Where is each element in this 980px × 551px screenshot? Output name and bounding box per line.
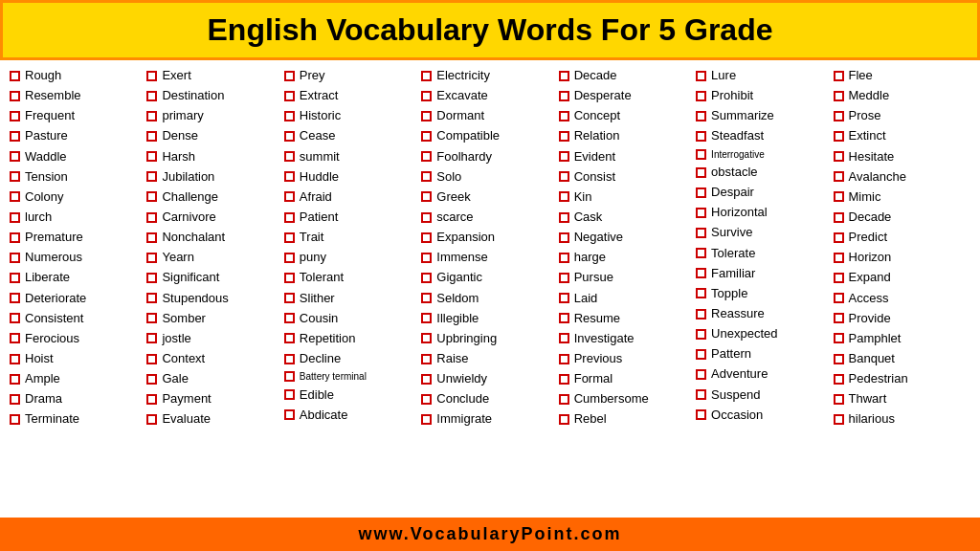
checkbox-icon[interactable] <box>559 151 569 162</box>
checkbox-icon[interactable] <box>10 171 20 182</box>
checkbox-icon[interactable] <box>559 313 569 323</box>
checkbox-icon[interactable] <box>10 374 20 385</box>
checkbox-icon[interactable] <box>696 228 706 238</box>
checkbox-icon[interactable] <box>146 91 157 101</box>
checkbox-icon[interactable] <box>834 414 844 425</box>
checkbox-icon[interactable] <box>421 253 432 263</box>
checkbox-icon[interactable] <box>421 191 432 202</box>
checkbox-icon[interactable] <box>10 71 20 81</box>
checkbox-icon[interactable] <box>10 111 20 121</box>
checkbox-icon[interactable] <box>559 131 569 142</box>
checkbox-icon[interactable] <box>696 268 706 278</box>
checkbox-icon[interactable] <box>284 293 295 303</box>
checkbox-icon[interactable] <box>696 167 706 178</box>
checkbox-icon[interactable] <box>10 151 20 162</box>
checkbox-icon[interactable] <box>146 374 157 385</box>
checkbox-icon[interactable] <box>696 309 706 320</box>
checkbox-icon[interactable] <box>834 313 844 323</box>
checkbox-icon[interactable] <box>421 354 432 364</box>
checkbox-icon[interactable] <box>834 91 844 101</box>
checkbox-icon[interactable] <box>10 414 20 425</box>
checkbox-icon[interactable] <box>834 333 844 343</box>
checkbox-icon[interactable] <box>696 389 706 400</box>
checkbox-icon[interactable] <box>696 409 706 420</box>
checkbox-icon[interactable] <box>284 371 295 382</box>
checkbox-icon[interactable] <box>834 212 844 223</box>
checkbox-icon[interactable] <box>559 414 569 425</box>
checkbox-icon[interactable] <box>146 171 157 182</box>
checkbox-icon[interactable] <box>146 293 157 303</box>
checkbox-icon[interactable] <box>421 131 432 142</box>
checkbox-icon[interactable] <box>284 313 295 323</box>
checkbox-icon[interactable] <box>146 232 157 243</box>
checkbox-icon[interactable] <box>146 212 157 223</box>
checkbox-icon[interactable] <box>146 191 157 202</box>
checkbox-icon[interactable] <box>834 374 844 385</box>
checkbox-icon[interactable] <box>559 232 569 243</box>
checkbox-icon[interactable] <box>10 273 20 283</box>
checkbox-icon[interactable] <box>10 333 20 343</box>
checkbox-icon[interactable] <box>834 273 844 283</box>
checkbox-icon[interactable] <box>834 354 844 364</box>
checkbox-icon[interactable] <box>696 329 706 340</box>
checkbox-icon[interactable] <box>421 333 432 343</box>
checkbox-icon[interactable] <box>834 191 844 202</box>
checkbox-icon[interactable] <box>10 253 20 263</box>
checkbox-icon[interactable] <box>284 354 295 364</box>
checkbox-icon[interactable] <box>696 71 706 81</box>
checkbox-icon[interactable] <box>696 187 706 198</box>
checkbox-icon[interactable] <box>421 414 432 425</box>
checkbox-icon[interactable] <box>696 149 706 160</box>
checkbox-icon[interactable] <box>284 389 295 400</box>
checkbox-icon[interactable] <box>559 293 569 303</box>
checkbox-icon[interactable] <box>284 191 295 202</box>
checkbox-icon[interactable] <box>559 333 569 343</box>
checkbox-icon[interactable] <box>559 253 569 263</box>
checkbox-icon[interactable] <box>559 171 569 182</box>
checkbox-icon[interactable] <box>834 394 844 405</box>
checkbox-icon[interactable] <box>284 111 295 121</box>
checkbox-icon[interactable] <box>696 349 706 360</box>
checkbox-icon[interactable] <box>284 333 295 343</box>
checkbox-icon[interactable] <box>421 374 432 385</box>
checkbox-icon[interactable] <box>834 253 844 263</box>
checkbox-icon[interactable] <box>146 333 157 343</box>
checkbox-icon[interactable] <box>559 91 569 101</box>
checkbox-icon[interactable] <box>284 71 295 81</box>
checkbox-icon[interactable] <box>284 253 295 263</box>
checkbox-icon[interactable] <box>421 171 432 182</box>
checkbox-icon[interactable] <box>696 369 706 380</box>
checkbox-icon[interactable] <box>834 71 844 81</box>
checkbox-icon[interactable] <box>421 394 432 405</box>
checkbox-icon[interactable] <box>284 212 295 223</box>
checkbox-icon[interactable] <box>421 232 432 243</box>
checkbox-icon[interactable] <box>696 111 706 121</box>
checkbox-icon[interactable] <box>284 91 295 101</box>
checkbox-icon[interactable] <box>284 409 295 420</box>
checkbox-icon[interactable] <box>10 212 20 223</box>
checkbox-icon[interactable] <box>559 212 569 223</box>
checkbox-icon[interactable] <box>146 151 157 162</box>
checkbox-icon[interactable] <box>421 313 432 323</box>
checkbox-icon[interactable] <box>10 131 20 142</box>
checkbox-icon[interactable] <box>146 71 157 81</box>
checkbox-icon[interactable] <box>284 151 295 162</box>
checkbox-icon[interactable] <box>559 71 569 81</box>
checkbox-icon[interactable] <box>696 288 706 298</box>
checkbox-icon[interactable] <box>834 171 844 182</box>
checkbox-icon[interactable] <box>10 293 20 303</box>
checkbox-icon[interactable] <box>834 131 844 142</box>
checkbox-icon[interactable] <box>696 91 706 101</box>
checkbox-icon[interactable] <box>559 374 569 385</box>
checkbox-icon[interactable] <box>559 191 569 202</box>
checkbox-icon[interactable] <box>10 394 20 405</box>
checkbox-icon[interactable] <box>10 313 20 323</box>
checkbox-icon[interactable] <box>421 212 432 223</box>
checkbox-icon[interactable] <box>146 414 157 425</box>
checkbox-icon[interactable] <box>696 248 706 258</box>
checkbox-icon[interactable] <box>559 273 569 283</box>
checkbox-icon[interactable] <box>284 273 295 283</box>
checkbox-icon[interactable] <box>284 171 295 182</box>
checkbox-icon[interactable] <box>421 273 432 283</box>
checkbox-icon[interactable] <box>834 151 844 162</box>
